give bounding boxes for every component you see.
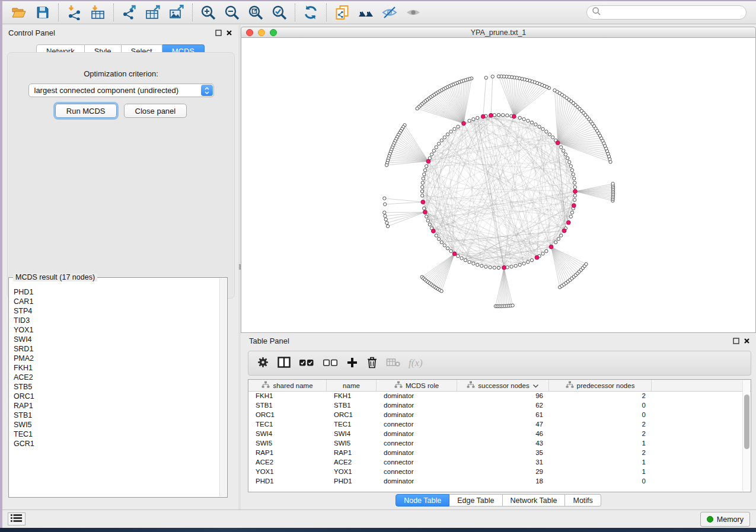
network-view-titlebar[interactable]: YPA_prune.txt_1: [241, 27, 756, 38]
mcds-result-item[interactable]: PMA2: [14, 354, 219, 363]
delete-table-button[interactable]: [386, 357, 400, 369]
mcds-result-item[interactable]: TID3: [14, 316, 219, 325]
table-row[interactable]: YOX1YOX1connector291: [248, 467, 751, 477]
mcds-hub-node[interactable]: [431, 229, 435, 233]
network-node[interactable]: [560, 234, 563, 237]
network-node[interactable]: [551, 136, 554, 139]
network-leaf-node[interactable]: [497, 75, 500, 78]
network-leaf-node[interactable]: [385, 222, 388, 225]
network-node[interactable]: [527, 261, 529, 264]
column-header-shared-name[interactable]: shared name: [248, 380, 327, 391]
table-row[interactable]: TEC1TEC1connector472: [248, 420, 751, 430]
delete-row-button[interactable]: [366, 356, 378, 370]
export-image-button[interactable]: [165, 2, 189, 23]
export-table-button[interactable]: [141, 2, 165, 23]
mcds-hub-node[interactable]: [481, 114, 485, 118]
zoom-fit-button[interactable]: [244, 2, 267, 23]
mcds-hub-node[interactable]: [502, 265, 506, 270]
network-node[interactable]: [476, 116, 479, 119]
table-row[interactable]: FKH1FKH1dominator962: [248, 392, 751, 401]
network-node[interactable]: [432, 149, 435, 152]
close-table-panel-button[interactable]: [744, 338, 750, 344]
network-node[interactable]: [573, 198, 576, 201]
mcds-result-item[interactable]: ORC1: [14, 392, 219, 401]
table-scrollbar[interactable]: [742, 380, 750, 491]
clone-network-button[interactable]: [330, 2, 354, 23]
tab-network-table[interactable]: Network Table: [503, 494, 566, 507]
task-history-button[interactable]: [8, 512, 25, 525]
network-node[interactable]: [443, 136, 446, 139]
import-network-button[interactable]: [62, 2, 86, 23]
add-row-button[interactable]: [346, 357, 358, 370]
network-node[interactable]: [421, 181, 424, 184]
mcds-hub-node[interactable]: [566, 220, 570, 225]
network-node[interactable]: [446, 133, 449, 136]
network-node[interactable]: [422, 177, 425, 180]
column-header-name[interactable]: name: [327, 380, 377, 391]
mcds-result-item[interactable]: SWI4: [14, 335, 219, 344]
mcds-result-scrollbar[interactable]: [219, 278, 227, 496]
network-node[interactable]: [484, 265, 487, 268]
mcds-hub-node[interactable]: [489, 113, 493, 117]
sort-desc-icon[interactable]: [532, 382, 539, 389]
network-node[interactable]: [518, 263, 521, 266]
mcds-hub-node[interactable]: [562, 229, 566, 233]
network-leaf-node[interactable]: [416, 107, 419, 110]
network-node[interactable]: [566, 156, 569, 159]
mcds-hub-node[interactable]: [535, 255, 539, 259]
network-node[interactable]: [435, 146, 438, 149]
tab-motifs[interactable]: Motifs: [565, 494, 601, 507]
run-mcds-button[interactable]: Run MCDS: [55, 104, 117, 118]
network-leaf-node[interactable]: [585, 262, 588, 265]
mcds-hub-node[interactable]: [462, 121, 466, 126]
mcds-result-item[interactable]: YOX1: [14, 325, 219, 335]
table-row[interactable]: STB1STB1dominator620: [248, 401, 751, 411]
unselect-all-button[interactable]: [323, 358, 338, 368]
mcds-hub-node[interactable]: [452, 252, 457, 256]
search-input[interactable]: [601, 8, 741, 17]
network-node[interactable]: [573, 177, 576, 180]
network-node[interactable]: [562, 149, 565, 152]
network-leaf-node[interactable]: [384, 218, 387, 221]
mcds-result-item[interactable]: FKH1: [14, 363, 219, 373]
network-node[interactable]: [548, 133, 551, 136]
memory-button[interactable]: Memory: [700, 512, 750, 527]
mcds-hub-node[interactable]: [423, 210, 428, 214]
network-leaf-node[interactable]: [484, 76, 487, 79]
mcds-result-item[interactable]: TEC1: [14, 430, 219, 439]
network-node[interactable]: [449, 249, 452, 252]
network-node[interactable]: [449, 130, 452, 133]
zoom-out-button[interactable]: [220, 2, 244, 23]
network-node[interactable]: [421, 185, 424, 188]
mcds-result-item[interactable]: GCR1: [14, 439, 219, 448]
close-panel-button[interactable]: [226, 30, 232, 36]
refresh-button[interactable]: [299, 2, 323, 23]
network-node[interactable]: [530, 259, 533, 262]
open-file-button[interactable]: [7, 2, 31, 23]
table-row[interactable]: ORC1ORC1dominator610: [248, 411, 751, 420]
network-node[interactable]: [569, 165, 572, 168]
gear-button[interactable]: [257, 356, 269, 370]
network-node[interactable]: [510, 265, 513, 268]
network-node[interactable]: [570, 211, 573, 214]
mcds-result-item[interactable]: STP4: [14, 306, 219, 316]
network-leaf-node[interactable]: [386, 225, 389, 227]
network-node[interactable]: [573, 181, 576, 184]
network-node[interactable]: [522, 118, 525, 121]
network-node[interactable]: [435, 234, 438, 237]
mcds-result-item[interactable]: CAR1: [14, 297, 219, 306]
network-leaf-node[interactable]: [440, 290, 443, 293]
table-row[interactable]: RAP1RAP1dominator352: [248, 448, 751, 458]
network-node[interactable]: [428, 223, 431, 226]
network-node[interactable]: [506, 114, 509, 117]
network-leaf-node[interactable]: [511, 304, 514, 307]
tab-edge-table[interactable]: Edge Table: [449, 494, 502, 507]
network-leaf-node[interactable]: [384, 214, 387, 217]
criterion-dropdown[interactable]: largest connected component (undirected): [28, 84, 214, 97]
network-node[interactable]: [522, 262, 525, 265]
network-node[interactable]: [560, 146, 563, 149]
network-node[interactable]: [564, 153, 567, 156]
network-leaf-node[interactable]: [491, 75, 494, 78]
network-node[interactable]: [514, 264, 517, 267]
mcds-hub-node[interactable]: [549, 245, 553, 249]
